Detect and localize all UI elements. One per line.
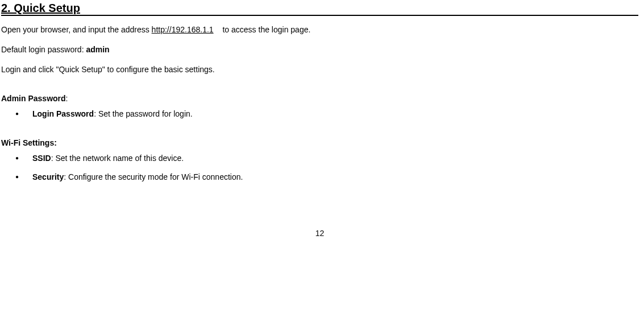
admin-password-colon: : <box>66 94 68 103</box>
list-item-desc: : Set the password for login. <box>94 109 193 118</box>
login-instruction: Login and click "Quick Setup" to configu… <box>1 64 638 76</box>
default-login-paragraph: Default login password: admin <box>1 44 638 56</box>
section-title-row: 2. Quick Setup <box>1 2 638 16</box>
page-number: 12 <box>1 229 638 238</box>
admin-password-heading: Admin Password: <box>1 93 638 105</box>
wifi-settings-list: SSID: Set the network name of this devic… <box>1 152 638 183</box>
intro-paragraph: Open your browser, and input the address… <box>1 24 638 36</box>
list-item: SSID: Set the network name of this devic… <box>32 152 638 164</box>
list-item: Security: Configure the security mode fo… <box>32 171 638 183</box>
list-item-desc: : Set the network name of this device. <box>51 154 184 163</box>
default-login-label: Default login password: <box>1 45 86 54</box>
login-url: http://192.168.1.1 <box>152 25 214 34</box>
wifi-settings-heading: Wi-Fi Settings: <box>1 137 638 149</box>
intro-prefix: Open your browser, and input the address <box>1 25 152 34</box>
admin-password-heading-text: Admin Password <box>1 94 66 103</box>
list-item-term: Security <box>32 172 64 181</box>
default-login-value: admin <box>86 45 109 54</box>
list-item-term: Login Password <box>32 109 94 118</box>
section-title: 2. Quick Setup <box>1 2 80 15</box>
list-item-term: SSID <box>32 154 51 163</box>
list-item-desc: : Configure the security mode for Wi-Fi … <box>64 172 243 181</box>
admin-password-list: Login Password: Set the password for log… <box>1 108 638 120</box>
intro-suffix: to access the login page. <box>222 25 310 34</box>
list-item: Login Password: Set the password for log… <box>32 108 638 120</box>
